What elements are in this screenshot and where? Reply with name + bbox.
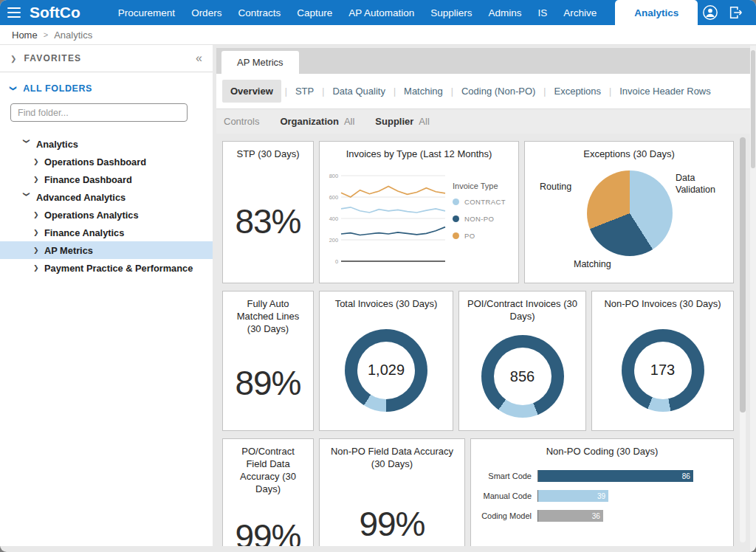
total-invoices-donut[interactable]: 1,029 <box>345 329 427 412</box>
poi-contract-invoices-donut[interactable]: 856 <box>481 335 564 418</box>
filter-organization[interactable]: OrganizationAll <box>280 116 354 127</box>
window-scrollbar[interactable] <box>750 46 756 552</box>
chevron-right-icon[interactable]: ❯ <box>33 229 44 236</box>
non-po-invoices-donut[interactable]: 173 <box>622 329 704 412</box>
svg-text:600: 600 <box>329 193 338 200</box>
svg-text:800: 800 <box>329 172 338 179</box>
subtab-invoice-header-rows[interactable]: Invoice Header Rows <box>611 80 719 103</box>
filter-supplier[interactable]: SupplierAll <box>375 116 429 127</box>
breadcrumb-item-home[interactable]: Home <box>12 30 38 41</box>
svg-text:200: 200 <box>329 236 338 243</box>
subtab-overview[interactable]: Overview <box>222 80 281 103</box>
chevron-right-icon[interactable]: ❯ <box>33 176 44 183</box>
bar-track: 36 <box>537 510 718 522</box>
subtab-exceptions[interactable]: Exceptions <box>546 80 609 103</box>
vertical-scrollbar[interactable] <box>740 137 746 542</box>
chevron-right-icon[interactable]: ❯ <box>33 246 44 254</box>
bar-value: 39 <box>597 492 605 500</box>
pie-chart-body: Routing Data Validation Matching <box>525 161 733 283</box>
chevron-down-icon[interactable]: ❯ <box>23 139 30 150</box>
nav-item-contracts[interactable]: Contracts <box>230 0 289 25</box>
folder-ap-metrics[interactable]: ❯AP Metrics <box>0 241 213 259</box>
card-title: POI/Contract Invoices (30 Days) <box>459 291 585 323</box>
dashboard-row: STP (30 Days) 83% Invoices by Type (Last… <box>222 141 734 283</box>
exceptions-pie-chart[interactable] <box>587 170 673 256</box>
folder-advanced-analytics[interactable]: ❯Advanced Analytics <box>0 188 213 206</box>
donut-hole: 1,029 <box>357 342 415 399</box>
folder-label: Payment Practice & Performance <box>44 263 193 274</box>
card-invoices-by-type: Invoices by Type (Last 12 Months) 020040… <box>319 141 519 283</box>
chevron-right-icon[interactable]: ❯ <box>10 55 16 63</box>
chevron-right-icon[interactable]: ❯ <box>33 158 44 165</box>
subtab-coding-non-po[interactable]: Coding (Non-PO) <box>453 80 543 103</box>
folder-analytics[interactable]: ❯Analytics <box>0 135 213 153</box>
main-panel: AP Metrics Overview|STP|Data Quality|Mat… <box>216 48 750 546</box>
legend-title: Invoice Type <box>453 182 517 190</box>
chevron-down-icon[interactable]: ❯ <box>23 192 30 203</box>
subtab-bar: Overview|STP|Data Quality|Matching|Codin… <box>216 74 750 108</box>
nav-item-archive[interactable]: Archive <box>555 0 605 25</box>
legend-item-po[interactable]: PO <box>453 232 517 240</box>
folder-finance-dashboard[interactable]: ❯Finance Dashboard <box>0 170 213 188</box>
bar[interactable]: 36 <box>538 510 603 522</box>
donut-chart-body: 1,029 <box>320 311 453 430</box>
card-non-po-invoices: Non-PO Invoices (30 Days) 173 <box>591 291 734 431</box>
chevron-right-icon[interactable]: ❯ <box>33 264 44 272</box>
bar[interactable]: 86 <box>538 470 693 482</box>
chart-legend: Invoice Type CONTRACTNON-POPO <box>450 165 517 280</box>
report-tabstrip: AP Metrics <box>216 48 750 74</box>
nav-item-admins[interactable]: Admins <box>481 0 530 25</box>
folder-operations-analytics[interactable]: ❯Operations Analytics <box>0 206 213 224</box>
dashboard-row: Fully Auto Matched Lines (30 Days) 89% T… <box>222 291 734 431</box>
tab-ap-metrics[interactable]: AP Metrics <box>221 51 299 74</box>
card-title: Fully Auto Matched Lines (30 Days) <box>223 291 313 336</box>
non-po-coding-bar-chart[interactable]: Smart Code86Manual Code39Coding Model36 <box>471 458 733 546</box>
filter-value: All <box>344 116 354 127</box>
filter-value: All <box>419 116 429 127</box>
nav-item-analytics[interactable]: Analytics <box>615 0 698 25</box>
scrollbar-thumb[interactable] <box>751 50 755 168</box>
legend-swatch <box>453 215 459 222</box>
app-logo[interactable]: SoftCo <box>30 4 80 21</box>
subtab-data-quality[interactable]: Data Quality <box>324 80 394 103</box>
chevron-right-icon[interactable]: ❯ <box>33 211 44 218</box>
nav-item-procurement[interactable]: Procurement <box>110 0 183 25</box>
scrollbar-thumb[interactable] <box>740 137 746 413</box>
legend-label: PO <box>464 232 475 240</box>
line-chart-body: 0200400600800 Invoice Type CONTRACTNON-P… <box>320 161 518 283</box>
card-title: Non-PO Coding (30 Days) <box>471 439 733 458</box>
folder-label: Operations Analytics <box>44 210 139 221</box>
nav-item-orders[interactable]: Orders <box>183 0 230 25</box>
donut-hole: 173 <box>634 342 692 399</box>
card-title: Non-PO Invoices (30 Days) <box>592 291 733 311</box>
donut-value: 1,029 <box>368 362 405 379</box>
folder-finance-analytics[interactable]: ❯Finance Analytics <box>0 224 213 241</box>
nav-item-ap-automation[interactable]: AP Automation <box>340 0 422 25</box>
bar[interactable]: 39 <box>538 490 608 502</box>
folder-operations-dashboard[interactable]: ❯Operations Dashboard <box>0 153 213 170</box>
breadcrumb-item-analytics[interactable]: Analytics <box>54 30 92 41</box>
legend-item-contract[interactable]: CONTRACT <box>453 198 517 206</box>
card-non-po-coding: Non-PO Coding (30 Days) Smart Code86Manu… <box>470 438 734 546</box>
filter-group: OrganizationAllSupplierAll <box>280 116 429 127</box>
profile-icon[interactable] <box>702 4 718 21</box>
invoices-line-chart[interactable]: 0200400600800 <box>323 165 450 276</box>
collapse-sidebar-icon[interactable]: « <box>196 52 202 64</box>
find-folder-input[interactable] <box>10 103 188 122</box>
folder-payment-practice-performance[interactable]: ❯Payment Practice & Performance <box>0 259 213 277</box>
favorites-label[interactable]: FAVORITES <box>24 53 81 63</box>
all-folders-toggle[interactable]: ❯ ALL FOLDERS <box>0 72 213 97</box>
subtab-stp[interactable]: STP <box>287 80 322 103</box>
card-title: Invoices by Type (Last 12 Months) <box>320 142 518 161</box>
nav-item-is[interactable]: IS <box>530 0 556 25</box>
subtab-matching[interactable]: Matching <box>396 80 451 103</box>
bar-value: 86 <box>682 472 690 480</box>
menu-icon[interactable] <box>7 7 21 18</box>
nav-item-capture[interactable]: Capture <box>289 0 340 25</box>
logout-icon[interactable] <box>728 4 744 21</box>
folder-label: Analytics <box>36 139 78 150</box>
fully-auto-matched-value: 89% <box>223 336 313 430</box>
legend-item-non-po[interactable]: NON-PO <box>453 215 517 223</box>
nav-item-suppliers[interactable]: Suppliers <box>422 0 480 25</box>
donut-hole: 856 <box>494 348 551 405</box>
